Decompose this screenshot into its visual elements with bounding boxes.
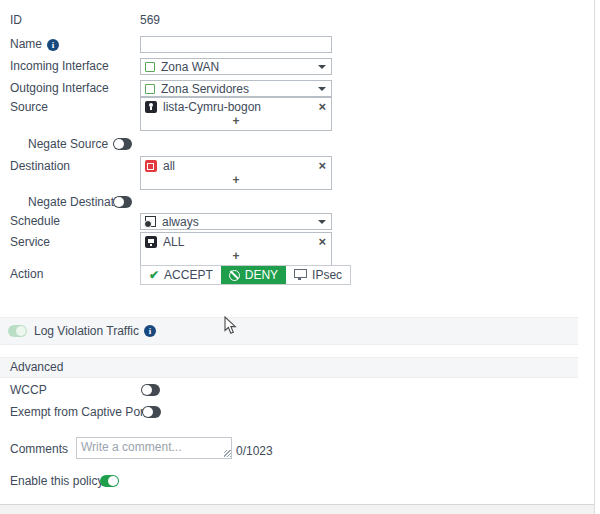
- address-object-icon: [145, 101, 157, 113]
- schedule-label: Schedule: [10, 213, 60, 230]
- negate-source-label: Negate Source: [28, 136, 108, 153]
- comments-counter: 0/1023: [236, 443, 273, 460]
- mouse-cursor-icon: [224, 316, 238, 336]
- zone-icon: [145, 84, 155, 94]
- log-violation-toggle[interactable]: [8, 325, 27, 337]
- destination-label: Destination: [10, 158, 70, 175]
- service-entry-label: ALL: [163, 235, 184, 249]
- action-accept-button[interactable]: ✔ ACCEPT: [141, 266, 221, 284]
- exempt-captive-portal-label: Exempt from Captive Portal: [10, 404, 157, 421]
- chevron-down-icon: [318, 220, 326, 224]
- check-icon: ✔: [149, 268, 159, 282]
- comments-label: Comments: [10, 441, 68, 458]
- negate-destination-toggle[interactable]: [113, 196, 132, 208]
- destination-box: all × +: [140, 156, 332, 190]
- outgoing-interface-label: Outgoing Interface: [10, 80, 109, 97]
- wccp-toggle[interactable]: [141, 384, 160, 396]
- schedule-icon: [145, 216, 156, 227]
- exempt-captive-portal-toggle[interactable]: [142, 406, 161, 418]
- add-destination-button[interactable]: +: [141, 174, 331, 189]
- destination-entry-label: all: [163, 159, 175, 173]
- deny-icon: [229, 270, 240, 281]
- add-source-button[interactable]: +: [141, 115, 331, 130]
- schedule-select[interactable]: always: [140, 213, 332, 230]
- log-violation-label: Log Violation Traffic: [34, 318, 139, 344]
- remove-icon[interactable]: ×: [318, 98, 326, 115]
- advanced-section-header: Advanced: [0, 357, 578, 378]
- service-all-icon: [145, 236, 157, 248]
- log-violation-band: Log Violation Traffic i: [0, 317, 578, 345]
- advanced-label: Advanced: [10, 358, 63, 377]
- negate-source-toggle[interactable]: [113, 138, 132, 150]
- toggle-knob: [114, 139, 124, 149]
- incoming-interface-label: Incoming Interface: [10, 58, 109, 75]
- outgoing-interface-value: Zona Servidores: [161, 82, 249, 96]
- action-segmented-control: ✔ ACCEPT DENY IPsec: [140, 265, 351, 285]
- service-label: Service: [10, 234, 50, 251]
- source-label: Source: [10, 99, 48, 116]
- incoming-interface-value: Zona WAN: [161, 60, 219, 74]
- toggle-knob: [143, 407, 153, 417]
- schedule-value: always: [162, 215, 199, 229]
- wccp-label: WCCP: [10, 382, 47, 399]
- info-icon: i: [47, 39, 59, 51]
- remove-icon[interactable]: ×: [318, 233, 326, 250]
- outgoing-interface-select[interactable]: Zona Servidores: [140, 80, 332, 97]
- ipsec-label: IPsec: [312, 268, 342, 282]
- action-deny-button[interactable]: DENY: [221, 266, 286, 284]
- name-label: Name: [10, 36, 42, 53]
- panel-right-border: [594, 0, 595, 514]
- action-label: Action: [10, 266, 43, 283]
- toggle-knob: [114, 197, 124, 207]
- id-value: 569: [140, 12, 160, 29]
- zone-icon: [145, 62, 155, 72]
- incoming-interface-select[interactable]: Zona WAN: [140, 58, 332, 75]
- service-entry[interactable]: ALL ×: [141, 233, 331, 250]
- toggle-knob: [16, 326, 26, 336]
- enable-policy-label: Enable this policy: [10, 473, 103, 490]
- comments-textarea[interactable]: [76, 437, 232, 459]
- firewall-policy-edit-form: ID 569 Name i Incoming Interface Zona WA…: [0, 0, 600, 514]
- action-ipsec-button[interactable]: IPsec: [286, 266, 350, 284]
- add-service-button[interactable]: +: [141, 250, 331, 265]
- chevron-down-icon: [318, 87, 326, 91]
- info-icon: i: [144, 325, 156, 337]
- chevron-down-icon: [318, 65, 326, 69]
- accept-label: ACCEPT: [164, 268, 213, 282]
- service-box: ALL × +: [140, 232, 332, 266]
- deny-label: DENY: [245, 268, 278, 282]
- all-address-icon: [145, 160, 157, 172]
- name-input[interactable]: [140, 36, 332, 53]
- source-entry[interactable]: lista-Cymru-bogon ×: [141, 98, 331, 115]
- remove-icon[interactable]: ×: [318, 157, 326, 174]
- source-entry-label: lista-Cymru-bogon: [163, 100, 261, 114]
- toggle-knob: [108, 476, 118, 486]
- source-box: lista-Cymru-bogon × +: [140, 97, 332, 131]
- destination-entry[interactable]: all ×: [141, 157, 331, 174]
- monitor-icon: [294, 269, 307, 278]
- footer-bar: [0, 504, 594, 514]
- resize-handle[interactable]: [224, 450, 231, 457]
- toggle-knob: [142, 385, 152, 395]
- enable-policy-toggle[interactable]: [100, 475, 119, 487]
- id-label: ID: [10, 12, 22, 29]
